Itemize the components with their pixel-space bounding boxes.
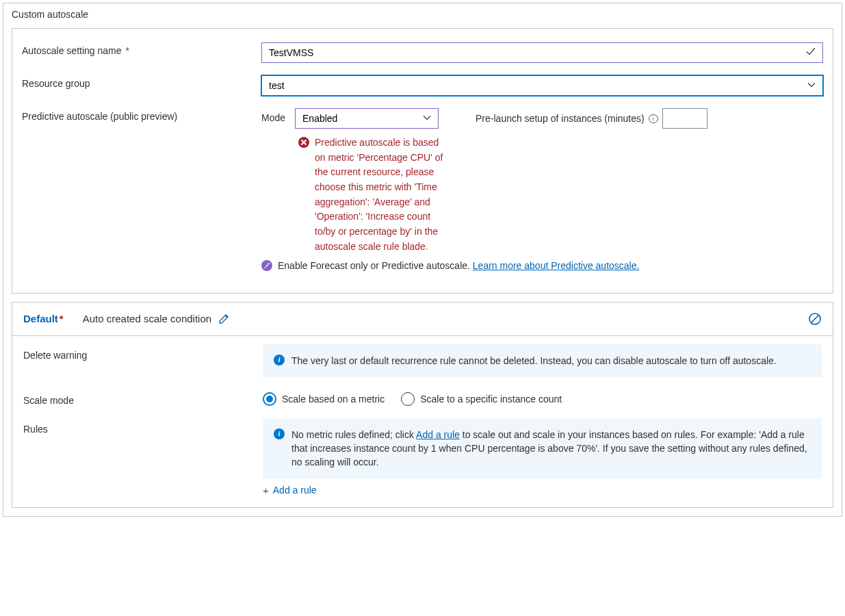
radio-label: Scale based on a metric (282, 394, 385, 405)
predictive-error-text: Predictive autoscale is based on metric … (315, 136, 449, 255)
add-a-rule-inline-link[interactable]: Add a rule (416, 429, 460, 440)
add-rule-label: Add a rule (273, 485, 317, 496)
label-rules: Rules (23, 418, 263, 435)
radio-icon (263, 392, 276, 406)
scale-condition-body: Delete warning i The very last or defaul… (12, 336, 833, 507)
scale-mode-radio-group: Scale based on a metric Scale to a speci… (263, 389, 822, 406)
rocket-icon (261, 260, 272, 271)
info-icon[interactable]: i (649, 114, 658, 123)
prelaunch-group: Pre-launch setup of instances (minutes) … (476, 108, 707, 129)
row-rules: Rules i No metric rules defined; click A… (23, 418, 822, 496)
info-icon: i (274, 355, 285, 365)
rules-info-prefix: No metric rules defined; click (291, 429, 416, 440)
required-asterisk: * (60, 313, 64, 324)
row-scale-mode: Scale mode Scale based on a metric Scale… (23, 389, 822, 406)
prelaunch-label: Pre-launch setup of instances (minutes) (476, 113, 645, 124)
radio-label: Scale to a specific instance count (420, 394, 562, 405)
row-delete-warning: Delete warning i The very last or defaul… (23, 344, 822, 377)
condition-default-label: Default* (23, 313, 64, 324)
panel-title: Custom autoscale (3, 3, 842, 20)
edit-condition-button[interactable] (218, 313, 229, 324)
error-icon (298, 137, 309, 148)
autoscale-settings-box: Autoscale setting name * Resource group (12, 28, 833, 294)
add-rule-button[interactable]: + Add a rule (263, 485, 317, 496)
label-text: Autoscale setting name (22, 45, 122, 56)
mode-select[interactable] (295, 108, 439, 129)
autoscale-name-input-wrap (261, 42, 823, 63)
prelaunch-input[interactable] (662, 108, 707, 129)
scale-condition-header: Default* Auto created scale condition (12, 303, 833, 336)
label-scale-mode: Scale mode (23, 389, 263, 406)
predictive-error: Predictive autoscale is based on metric … (298, 136, 449, 255)
info-icon: i (274, 428, 285, 439)
learn-more-link[interactable]: Learn more about Predictive autoscale. (473, 260, 640, 271)
scale-condition-panel: Default* Auto created scale condition De… (12, 302, 833, 508)
row-autoscale-setting-name: Autoscale setting name * (22, 42, 823, 63)
custom-autoscale-panel: Custom autoscale Autoscale setting name … (3, 3, 842, 517)
delete-warning-text: The very last or default recurrence rule… (291, 354, 777, 368)
rules-info-box: i No metric rules defined; click Add a r… (263, 418, 822, 479)
radio-scale-count[interactable]: Scale to a specific instance count (401, 392, 562, 406)
condition-name: Auto created scale condition (83, 313, 211, 324)
svg-line-1 (811, 315, 819, 322)
rules-info-text: No metric rules defined; click Add a rul… (291, 428, 811, 470)
predictive-mode-line: Mode Pre-launch setup of instances (minu… (261, 108, 823, 129)
mode-label: Mode (261, 108, 285, 123)
forecast-text: Enable Forecast only or Predictive autos… (278, 260, 639, 271)
resource-group-select[interactable] (261, 75, 823, 96)
forecast-text-plain: Enable Forecast only or Predictive autos… (278, 260, 473, 271)
plus-icon: + (263, 485, 269, 496)
row-predictive-autoscale: Predictive autoscale (public preview) Mo… (22, 108, 823, 271)
label-resource-group: Resource group (22, 75, 261, 89)
autoscale-name-input[interactable] (261, 42, 823, 63)
condition-default-text: Default (23, 313, 58, 324)
resource-group-select-wrap[interactable] (261, 75, 823, 96)
disable-condition-button[interactable] (808, 312, 822, 326)
radio-scale-metric[interactable]: Scale based on a metric (263, 392, 385, 406)
delete-warning-box: i The very last or default recurrence ru… (263, 344, 822, 377)
label-delete-warning: Delete warning (23, 344, 263, 361)
row-resource-group: Resource group (22, 75, 823, 96)
mode-select-input[interactable] (295, 108, 439, 129)
radio-icon (401, 392, 415, 406)
forecast-hint: Enable Forecast only or Predictive autos… (261, 260, 823, 271)
label-autoscale-setting-name: Autoscale setting name * (22, 42, 261, 56)
label-predictive-autoscale: Predictive autoscale (public preview) (22, 108, 261, 122)
required-asterisk: * (123, 45, 129, 56)
